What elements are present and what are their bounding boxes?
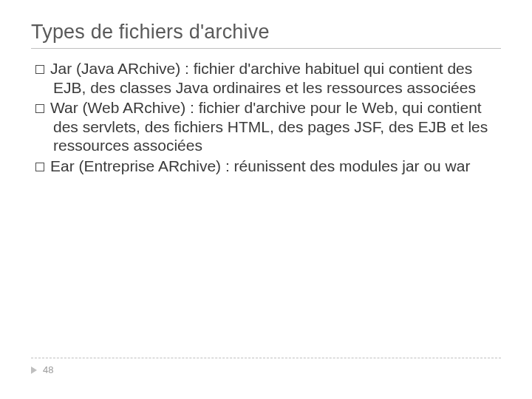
slide-body: Jar (Java ARchive) : fichier d'archive h… <box>31 59 501 176</box>
slide: Types de fichiers d'archive Jar (Java AR… <box>0 0 532 399</box>
bullet-icon <box>35 65 44 74</box>
arrow-icon <box>31 366 37 374</box>
bullet-icon <box>35 163 44 171</box>
slide-footer: 48 <box>0 358 532 375</box>
footer-rule <box>31 358 501 358</box>
footer-row: 48 <box>31 364 501 375</box>
list-item: Jar (Java ARchive) : fichier d'archive h… <box>31 59 501 97</box>
list-item: Ear (Entreprise ARchive) : réunissent de… <box>31 157 501 176</box>
item-text: War (Web ARchive) : fichier d'archive po… <box>50 99 488 154</box>
list-item: War (Web ARchive) : fichier d'archive po… <box>31 98 501 155</box>
page-number: 48 <box>43 364 53 375</box>
bullet-icon <box>35 104 44 113</box>
item-text: Jar (Java ARchive) : fichier d'archive h… <box>50 60 476 96</box>
slide-title: Types de fichiers d'archive <box>31 21 501 44</box>
item-text: Ear (Entreprise ARchive) : réunissent de… <box>50 157 470 174</box>
title-rule <box>31 48 501 49</box>
